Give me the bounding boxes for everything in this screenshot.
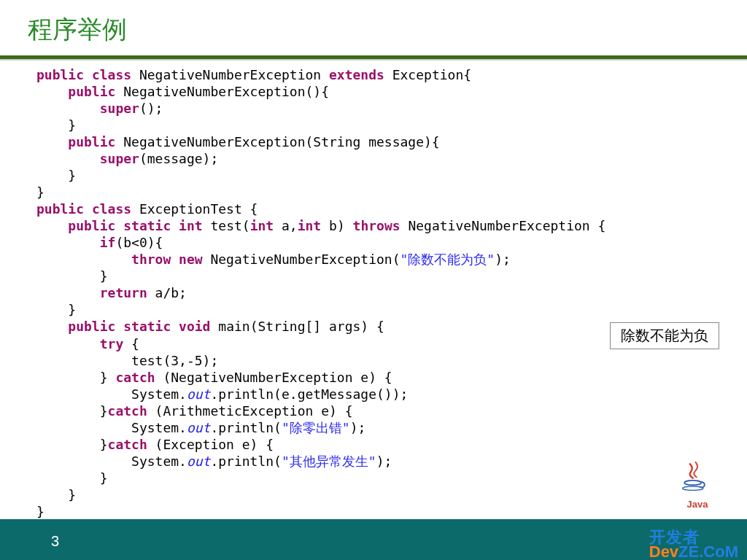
java-logo-icon: Java [676, 459, 719, 516]
java-label: Java [676, 499, 719, 510]
program-output: 除数不能为负 [610, 322, 719, 349]
devze-en: DevZE.CoM [649, 545, 738, 559]
svg-point-1 [683, 486, 703, 490]
page-number: 3 [51, 533, 59, 550]
devze-watermark: 开发者 DevZE.CoM [649, 530, 738, 559]
slide-title: 程序举例 [0, 0, 747, 55]
svg-point-0 [684, 481, 701, 485]
code-block: public class NegativeNumberException ext… [0, 61, 747, 520]
footer-bar [0, 519, 747, 560]
